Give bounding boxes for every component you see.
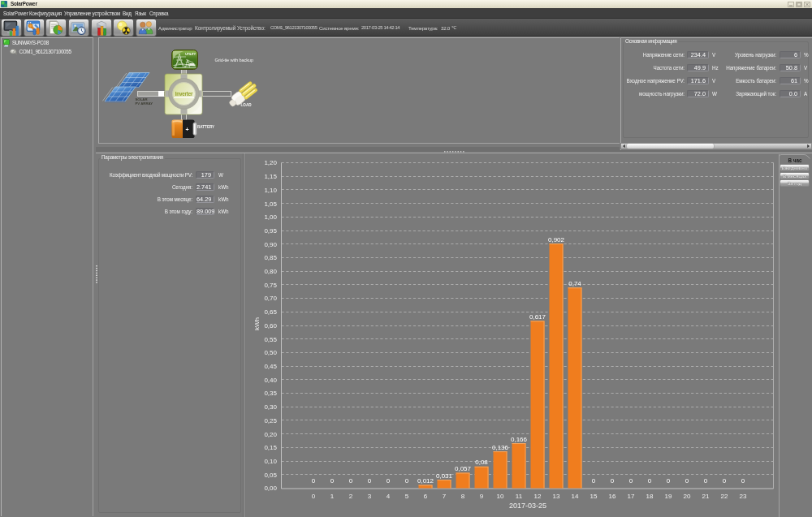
svg-text:1,00: 1,00 [264, 213, 277, 221]
svg-text:5: 5 [405, 493, 409, 500]
svg-text:0,40: 0,40 [264, 377, 277, 384]
svg-text:0: 0 [611, 477, 615, 485]
svg-text:0: 0 [312, 477, 316, 485]
svg-text:1,15: 1,15 [264, 173, 277, 180]
svg-text:3: 3 [368, 493, 372, 500]
svg-text:0,15: 0,15 [264, 444, 277, 451]
svg-text:0: 0 [368, 477, 372, 485]
svg-text:23: 23 [740, 493, 747, 500]
svg-text:0,25: 0,25 [264, 417, 277, 424]
svg-text:0,05: 0,05 [264, 472, 277, 479]
svg-text:0: 0 [592, 477, 596, 485]
svg-text:0,95: 0,95 [264, 227, 277, 235]
svg-text:0,70: 0,70 [264, 295, 277, 302]
svg-text:0: 0 [629, 477, 633, 485]
svg-text:0: 0 [405, 477, 409, 485]
svg-text:12: 12 [534, 493, 542, 500]
svg-text:1,05: 1,05 [264, 200, 277, 208]
svg-text:0,08: 0,08 [475, 459, 488, 466]
svg-text:0: 0 [648, 477, 652, 485]
svg-text:0,031: 0,031 [436, 472, 453, 480]
svg-text:18: 18 [646, 493, 654, 500]
svg-text:0,85: 0,85 [264, 254, 277, 261]
svg-text:0: 0 [704, 477, 708, 485]
svg-text:0,057: 0,057 [455, 465, 472, 472]
svg-text:0,012: 0,012 [417, 477, 434, 485]
svg-text:21: 21 [702, 493, 710, 500]
svg-text:1,20: 1,20 [264, 159, 277, 166]
svg-text:22: 22 [721, 493, 728, 500]
svg-text:0,60: 0,60 [264, 322, 277, 330]
svg-text:13: 13 [553, 493, 560, 500]
svg-text:0: 0 [667, 477, 671, 485]
svg-text:8: 8 [461, 493, 465, 500]
svg-text:17: 17 [628, 493, 635, 500]
svg-text:0: 0 [387, 477, 391, 485]
svg-text:15: 15 [590, 493, 598, 500]
svg-text:0,74: 0,74 [568, 280, 581, 287]
svg-text:0,55: 0,55 [264, 336, 277, 343]
svg-text:0: 0 [723, 477, 727, 485]
svg-text:6: 6 [424, 493, 428, 500]
svg-text:0,30: 0,30 [264, 403, 277, 411]
svg-text:0: 0 [349, 477, 353, 485]
svg-text:0,617: 0,617 [529, 313, 546, 321]
svg-text:0,35: 0,35 [264, 390, 277, 397]
svg-text:0,136: 0,136 [492, 444, 509, 451]
svg-text:0,10: 0,10 [264, 458, 277, 465]
svg-text:9: 9 [480, 493, 484, 500]
svg-text:0,45: 0,45 [264, 363, 277, 370]
svg-text:19: 19 [665, 493, 672, 500]
svg-text:1: 1 [330, 493, 335, 500]
svg-text:14: 14 [572, 493, 579, 500]
svg-text:0,20: 0,20 [264, 431, 277, 438]
svg-text:0,90: 0,90 [264, 241, 277, 248]
svg-text:10: 10 [497, 493, 504, 500]
svg-text:4: 4 [387, 493, 391, 500]
svg-text:0: 0 [330, 477, 335, 485]
svg-text:1,10: 1,10 [264, 187, 277, 194]
svg-text:0: 0 [312, 493, 316, 500]
svg-text:kWh: kWh [253, 317, 261, 330]
svg-text:2017-03-25: 2017-03-25 [509, 502, 546, 510]
svg-text:0,50: 0,50 [264, 349, 277, 356]
svg-text:0: 0 [741, 477, 745, 485]
svg-text:2: 2 [349, 493, 353, 500]
svg-text:0: 0 [685, 477, 689, 485]
svg-text:0,65: 0,65 [264, 308, 277, 316]
svg-text:0,166: 0,166 [511, 436, 528, 443]
svg-text:0,75: 0,75 [264, 282, 277, 289]
svg-text:0,902: 0,902 [548, 236, 565, 243]
svg-text:20: 20 [684, 493, 691, 500]
svg-text:0,00: 0,00 [264, 485, 277, 492]
svg-text:11: 11 [516, 493, 523, 500]
svg-text:0,80: 0,80 [264, 268, 277, 275]
svg-text:7: 7 [443, 493, 447, 500]
svg-text:16: 16 [609, 493, 616, 500]
